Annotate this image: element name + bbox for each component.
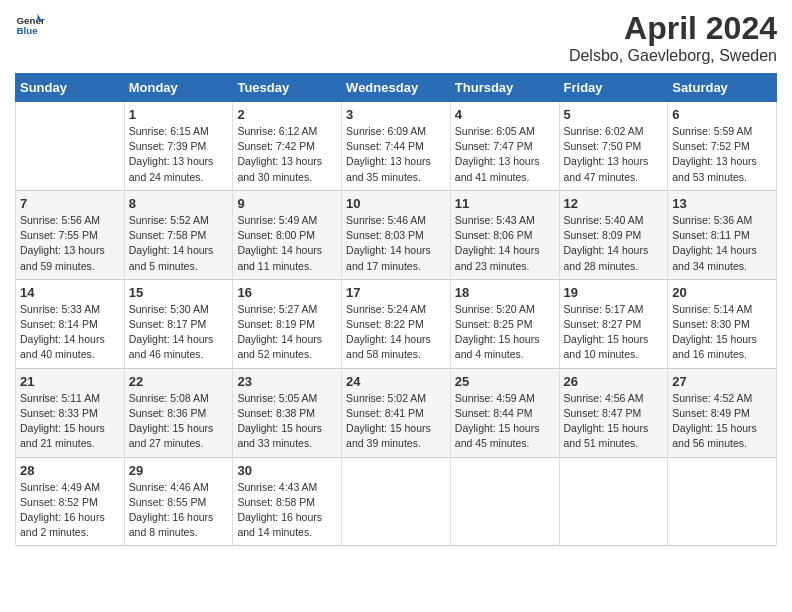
- day-number: 9: [237, 196, 337, 211]
- logo: General Blue: [15, 10, 45, 40]
- day-info: Sunrise: 5:40 AMSunset: 8:09 PMDaylight:…: [564, 213, 664, 274]
- day-info: Sunrise: 5:20 AMSunset: 8:25 PMDaylight:…: [455, 302, 555, 363]
- day-number: 13: [672, 196, 772, 211]
- day-cell: 17Sunrise: 5:24 AMSunset: 8:22 PMDayligh…: [342, 279, 451, 368]
- day-number: 3: [346, 107, 446, 122]
- day-cell: 7Sunrise: 5:56 AMSunset: 7:55 PMDaylight…: [16, 190, 125, 279]
- day-info: Sunrise: 4:56 AMSunset: 8:47 PMDaylight:…: [564, 391, 664, 452]
- day-info: Sunrise: 6:09 AMSunset: 7:44 PMDaylight:…: [346, 124, 446, 185]
- day-number: 1: [129, 107, 229, 122]
- day-number: 18: [455, 285, 555, 300]
- day-info: Sunrise: 5:17 AMSunset: 8:27 PMDaylight:…: [564, 302, 664, 363]
- day-info: Sunrise: 5:08 AMSunset: 8:36 PMDaylight:…: [129, 391, 229, 452]
- day-info: Sunrise: 6:05 AMSunset: 7:47 PMDaylight:…: [455, 124, 555, 185]
- day-info: Sunrise: 5:24 AMSunset: 8:22 PMDaylight:…: [346, 302, 446, 363]
- calendar-title: April 2024: [569, 10, 777, 47]
- title-block: April 2024 Delsbo, Gaevleborg, Sweden: [569, 10, 777, 65]
- day-cell: 4Sunrise: 6:05 AMSunset: 7:47 PMDaylight…: [450, 102, 559, 191]
- day-cell: 24Sunrise: 5:02 AMSunset: 8:41 PMDayligh…: [342, 368, 451, 457]
- week-row-3: 21Sunrise: 5:11 AMSunset: 8:33 PMDayligh…: [16, 368, 777, 457]
- day-info: Sunrise: 5:30 AMSunset: 8:17 PMDaylight:…: [129, 302, 229, 363]
- day-info: Sunrise: 5:11 AMSunset: 8:33 PMDaylight:…: [20, 391, 120, 452]
- day-number: 22: [129, 374, 229, 389]
- day-cell: 30Sunrise: 4:43 AMSunset: 8:58 PMDayligh…: [233, 457, 342, 546]
- day-cell: 12Sunrise: 5:40 AMSunset: 8:09 PMDayligh…: [559, 190, 668, 279]
- day-info: Sunrise: 5:59 AMSunset: 7:52 PMDaylight:…: [672, 124, 772, 185]
- day-number: 27: [672, 374, 772, 389]
- day-info: Sunrise: 5:14 AMSunset: 8:30 PMDaylight:…: [672, 302, 772, 363]
- page-header: General Blue April 2024 Delsbo, Gaevlebo…: [15, 10, 777, 65]
- day-cell: 26Sunrise: 4:56 AMSunset: 8:47 PMDayligh…: [559, 368, 668, 457]
- day-number: 19: [564, 285, 664, 300]
- day-cell: 14Sunrise: 5:33 AMSunset: 8:14 PMDayligh…: [16, 279, 125, 368]
- day-number: 10: [346, 196, 446, 211]
- day-number: 24: [346, 374, 446, 389]
- day-cell: 11Sunrise: 5:43 AMSunset: 8:06 PMDayligh…: [450, 190, 559, 279]
- day-info: Sunrise: 4:49 AMSunset: 8:52 PMDaylight:…: [20, 480, 120, 541]
- day-info: Sunrise: 5:49 AMSunset: 8:00 PMDaylight:…: [237, 213, 337, 274]
- day-cell: 25Sunrise: 4:59 AMSunset: 8:44 PMDayligh…: [450, 368, 559, 457]
- day-cell: [450, 457, 559, 546]
- day-cell: 6Sunrise: 5:59 AMSunset: 7:52 PMDaylight…: [668, 102, 777, 191]
- logo-icon: General Blue: [15, 10, 45, 40]
- calendar-body: 1Sunrise: 6:15 AMSunset: 7:39 PMDaylight…: [16, 102, 777, 546]
- day-number: 26: [564, 374, 664, 389]
- day-info: Sunrise: 6:12 AMSunset: 7:42 PMDaylight:…: [237, 124, 337, 185]
- day-info: Sunrise: 4:52 AMSunset: 8:49 PMDaylight:…: [672, 391, 772, 452]
- day-cell: 21Sunrise: 5:11 AMSunset: 8:33 PMDayligh…: [16, 368, 125, 457]
- day-cell: 10Sunrise: 5:46 AMSunset: 8:03 PMDayligh…: [342, 190, 451, 279]
- day-number: 28: [20, 463, 120, 478]
- day-info: Sunrise: 5:27 AMSunset: 8:19 PMDaylight:…: [237, 302, 337, 363]
- day-number: 30: [237, 463, 337, 478]
- day-number: 11: [455, 196, 555, 211]
- day-info: Sunrise: 5:33 AMSunset: 8:14 PMDaylight:…: [20, 302, 120, 363]
- day-number: 14: [20, 285, 120, 300]
- day-number: 21: [20, 374, 120, 389]
- day-info: Sunrise: 6:02 AMSunset: 7:50 PMDaylight:…: [564, 124, 664, 185]
- day-info: Sunrise: 5:05 AMSunset: 8:38 PMDaylight:…: [237, 391, 337, 452]
- day-number: 7: [20, 196, 120, 211]
- day-info: Sunrise: 4:59 AMSunset: 8:44 PMDaylight:…: [455, 391, 555, 452]
- day-cell: [16, 102, 125, 191]
- day-number: 17: [346, 285, 446, 300]
- day-cell: 2Sunrise: 6:12 AMSunset: 7:42 PMDaylight…: [233, 102, 342, 191]
- header-tuesday: Tuesday: [233, 74, 342, 102]
- svg-text:Blue: Blue: [17, 25, 39, 36]
- day-number: 6: [672, 107, 772, 122]
- calendar-subtitle: Delsbo, Gaevleborg, Sweden: [569, 47, 777, 65]
- day-cell: 5Sunrise: 6:02 AMSunset: 7:50 PMDaylight…: [559, 102, 668, 191]
- day-cell: 16Sunrise: 5:27 AMSunset: 8:19 PMDayligh…: [233, 279, 342, 368]
- day-cell: 1Sunrise: 6:15 AMSunset: 7:39 PMDaylight…: [124, 102, 233, 191]
- day-info: Sunrise: 6:15 AMSunset: 7:39 PMDaylight:…: [129, 124, 229, 185]
- header-saturday: Saturday: [668, 74, 777, 102]
- day-number: 23: [237, 374, 337, 389]
- day-number: 12: [564, 196, 664, 211]
- day-number: 8: [129, 196, 229, 211]
- day-info: Sunrise: 5:52 AMSunset: 7:58 PMDaylight:…: [129, 213, 229, 274]
- week-row-2: 14Sunrise: 5:33 AMSunset: 8:14 PMDayligh…: [16, 279, 777, 368]
- day-cell: [342, 457, 451, 546]
- header-wednesday: Wednesday: [342, 74, 451, 102]
- day-cell: 28Sunrise: 4:49 AMSunset: 8:52 PMDayligh…: [16, 457, 125, 546]
- day-cell: 8Sunrise: 5:52 AMSunset: 7:58 PMDaylight…: [124, 190, 233, 279]
- day-number: 25: [455, 374, 555, 389]
- header-thursday: Thursday: [450, 74, 559, 102]
- day-cell: 3Sunrise: 6:09 AMSunset: 7:44 PMDaylight…: [342, 102, 451, 191]
- day-number: 15: [129, 285, 229, 300]
- day-cell: 22Sunrise: 5:08 AMSunset: 8:36 PMDayligh…: [124, 368, 233, 457]
- week-row-4: 28Sunrise: 4:49 AMSunset: 8:52 PMDayligh…: [16, 457, 777, 546]
- day-cell: 19Sunrise: 5:17 AMSunset: 8:27 PMDayligh…: [559, 279, 668, 368]
- day-cell: [668, 457, 777, 546]
- day-info: Sunrise: 4:43 AMSunset: 8:58 PMDaylight:…: [237, 480, 337, 541]
- day-info: Sunrise: 4:46 AMSunset: 8:55 PMDaylight:…: [129, 480, 229, 541]
- day-info: Sunrise: 5:56 AMSunset: 7:55 PMDaylight:…: [20, 213, 120, 274]
- calendar-table: SundayMondayTuesdayWednesdayThursdayFrid…: [15, 73, 777, 546]
- week-row-1: 7Sunrise: 5:56 AMSunset: 7:55 PMDaylight…: [16, 190, 777, 279]
- day-number: 5: [564, 107, 664, 122]
- day-info: Sunrise: 5:36 AMSunset: 8:11 PMDaylight:…: [672, 213, 772, 274]
- calendar-header-row: SundayMondayTuesdayWednesdayThursdayFrid…: [16, 74, 777, 102]
- day-number: 20: [672, 285, 772, 300]
- day-info: Sunrise: 5:46 AMSunset: 8:03 PMDaylight:…: [346, 213, 446, 274]
- day-number: 16: [237, 285, 337, 300]
- day-cell: 18Sunrise: 5:20 AMSunset: 8:25 PMDayligh…: [450, 279, 559, 368]
